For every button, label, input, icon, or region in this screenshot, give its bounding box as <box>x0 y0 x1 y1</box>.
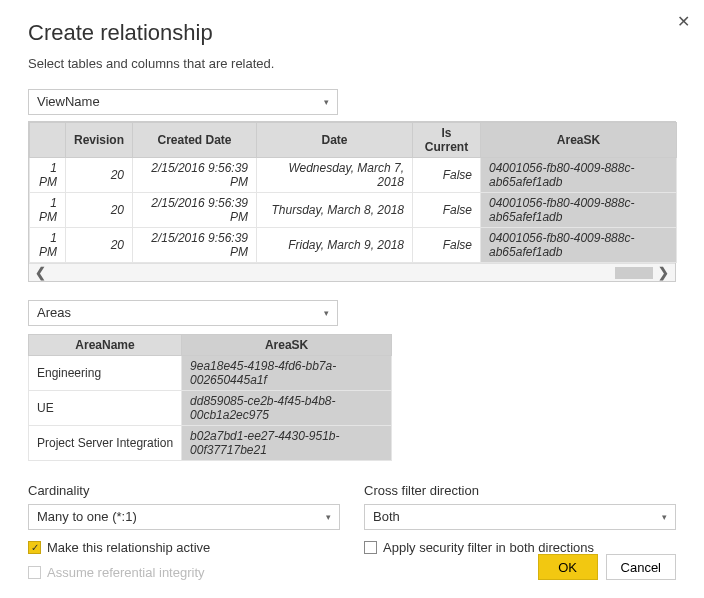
cardinality-label: Cardinality <box>28 483 340 498</box>
close-icon[interactable]: ✕ <box>677 12 690 31</box>
col-date[interactable]: Date <box>257 123 413 158</box>
dialog-title: Create relationship <box>28 20 676 46</box>
cardinality-value: Many to one (*:1) <box>37 505 137 529</box>
col-areaname[interactable]: AreaName <box>29 335 182 356</box>
checkbox-integrity <box>28 566 41 579</box>
crossfilter-dropdown[interactable]: Both ▾ <box>364 504 676 530</box>
table-row[interactable]: 1 PM 20 2/15/2016 9:56:39 PM Friday, Mar… <box>30 228 677 263</box>
cardinality-dropdown[interactable]: Many to one (*:1) ▾ <box>28 504 340 530</box>
table-row[interactable]: Project Server Integration b02a7bd1-ee27… <box>29 426 392 461</box>
checkbox-active-label: Make this relationship active <box>47 540 210 555</box>
chevron-down-icon: ▾ <box>326 505 331 529</box>
chevron-down-icon: ▾ <box>662 505 667 529</box>
checkbox-active[interactable]: ✓ <box>28 541 41 554</box>
cancel-button[interactable]: Cancel <box>606 554 676 580</box>
table2-dropdown[interactable]: Areas ▾ <box>28 300 338 326</box>
col-created-date[interactable]: Created Date <box>133 123 257 158</box>
checkbox-security[interactable] <box>364 541 377 554</box>
col-areask2[interactable]: AreaSK <box>182 335 392 356</box>
table2-dropdown-value: Areas <box>37 301 71 325</box>
checkbox-security-label: Apply security filter in both directions <box>383 540 594 555</box>
table1-dropdown-value: ViewName <box>37 90 100 114</box>
table1-dropdown[interactable]: ViewName ▾ <box>28 89 338 115</box>
scroll-left-icon[interactable]: ❮ <box>35 265 46 280</box>
scroll-right-icon[interactable]: ❯ <box>658 265 669 280</box>
table-row[interactable]: 1 PM 20 2/15/2016 9:56:39 PM Wednesday, … <box>30 158 677 193</box>
col-is-current[interactable]: Is Current <box>413 123 481 158</box>
chevron-down-icon: ▾ <box>324 301 329 325</box>
table-row[interactable]: Engineering 9ea18e45-4198-4fd6-bb7a-0026… <box>29 356 392 391</box>
crossfilter-label: Cross filter direction <box>364 483 676 498</box>
col-blank[interactable] <box>30 123 66 158</box>
col-revision[interactable]: Revision <box>66 123 133 158</box>
horizontal-scrollbar[interactable]: ❮ ❯ <box>29 263 675 281</box>
table-row[interactable]: 1 PM 20 2/15/2016 9:56:39 PM Thursday, M… <box>30 193 677 228</box>
table1-header-row: Revision Created Date Date Is Current Ar… <box>30 123 677 158</box>
table-row[interactable]: UE dd859085-ce2b-4f45-b4b8-00cb1a2ec975 <box>29 391 392 426</box>
scroll-thumb[interactable] <box>615 267 653 279</box>
col-areask[interactable]: AreaSK <box>481 123 677 158</box>
ok-button[interactable]: OK <box>538 554 598 580</box>
checkbox-integrity-label: Assume referential integrity <box>47 565 205 580</box>
dialog-subtitle: Select tables and columns that are relat… <box>28 56 676 71</box>
table2-grid[interactable]: AreaName AreaSK Engineering 9ea18e45-419… <box>28 334 392 461</box>
chevron-down-icon: ▾ <box>324 90 329 114</box>
table1-grid[interactable]: Revision Created Date Date Is Current Ar… <box>28 121 676 282</box>
crossfilter-value: Both <box>373 505 400 529</box>
table2-header-row: AreaName AreaSK <box>29 335 392 356</box>
